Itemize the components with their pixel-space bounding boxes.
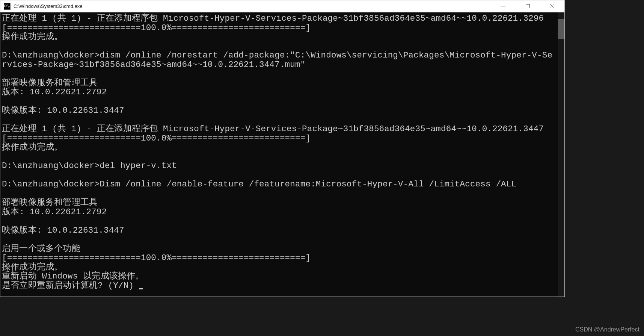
window-controls: [491, 0, 564, 12]
titlebar-left: C:\. C:\Windows\System32\cmd.exe: [0, 3, 83, 10]
line-success-1: 操作成功完成。: [2, 32, 63, 42]
watermark: CSDN @AndrewPerfect: [575, 326, 639, 333]
vertical-scrollbar[interactable]: [558, 12, 564, 297]
maximize-icon: [526, 4, 530, 8]
line-progress-3: [==========================100.0%=======…: [2, 253, 311, 263]
line-image-version-2: 映像版本: 10.0.22631.3447: [2, 226, 124, 235]
line-enable-feature: 启用一个或多个功能: [2, 244, 80, 254]
line-version-2: 版本: 10.0.22621.2792: [2, 207, 107, 217]
line-processing-1: 正在处理 1 (共 1) - 正在添加程序包 Microsoft-Hyper-V…: [2, 14, 544, 23]
window-title: C:\Windows\System32\cmd.exe: [14, 3, 83, 9]
cmd-icon: C:\.: [4, 3, 11, 10]
line-success-2: 操作成功完成。: [2, 142, 63, 152]
line-version-1: 版本: 10.0.22621.2792: [2, 87, 107, 97]
line-cmd-enable: D:\anzhuang\docker>Dism /online /enable-…: [2, 179, 516, 189]
line-restart-prompt: 是否立即重新启动计算机? (Y/N): [2, 281, 139, 291]
line-dism-header-1: 部署映像服务和管理工具: [2, 78, 98, 88]
maximize-button[interactable]: [516, 0, 540, 12]
line-restart-msg: 重新启动 Windows 以完成该操作。: [2, 271, 144, 281]
cmd-window: C:\. C:\Windows\System32\cmd.exe: [0, 0, 565, 297]
scrollbar-thumb[interactable]: [558, 19, 564, 39]
cursor: [139, 288, 143, 289]
line-progress-1: [==========================100.0%=======…: [2, 23, 311, 33]
window-titlebar[interactable]: C:\. C:\Windows\System32\cmd.exe: [0, 0, 564, 12]
line-dism-header-2: 部署映像服务和管理工具: [2, 198, 98, 207]
line-processing-2: 正在处理 1 (共 1) - 正在添加程序包 Microsoft-Hyper-V…: [2, 124, 544, 134]
minimize-button[interactable]: [491, 0, 516, 12]
minimize-icon: [501, 4, 505, 8]
terminal-text: 正在处理 1 (共 1) - 正在添加程序包 Microsoft-Hyper-V…: [2, 14, 557, 290]
terminal-content[interactable]: 正在处理 1 (共 1) - 正在添加程序包 Microsoft-Hyper-V…: [0, 12, 558, 297]
line-success-3: 操作成功完成。: [2, 262, 63, 272]
line-cmd-del: D:\anzhuang\docker>del hyper-v.txt: [2, 161, 177, 171]
close-icon: [550, 4, 554, 8]
line-cmd-dism-add: D:\anzhuang\docker>dism /online /noresta…: [2, 50, 552, 70]
svg-rect-1: [526, 5, 530, 8]
line-image-version-1: 映像版本: 10.0.22631.3447: [2, 106, 124, 115]
terminal-body: 正在处理 1 (共 1) - 正在添加程序包 Microsoft-Hyper-V…: [0, 12, 564, 297]
close-button[interactable]: [540, 0, 564, 12]
line-progress-2: [==========================100.0%=======…: [2, 133, 311, 143]
